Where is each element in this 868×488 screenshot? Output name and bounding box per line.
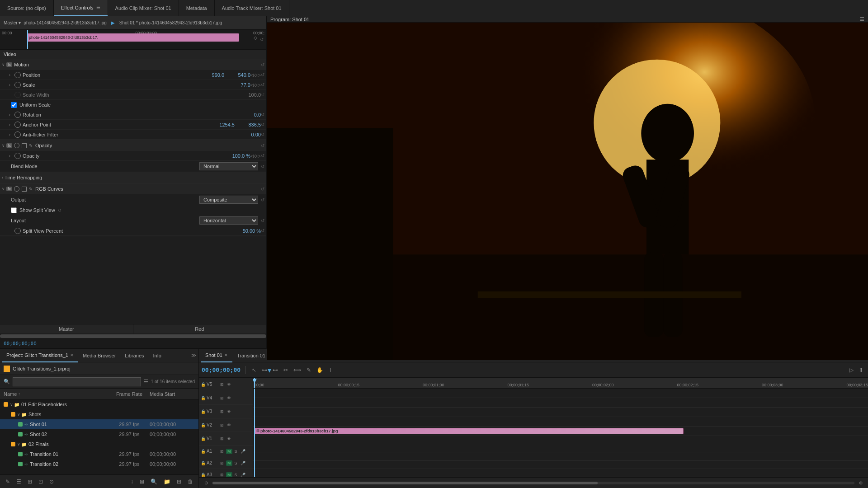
program-menu-icon[interactable]: ☰ [860,16,864,22]
opacity-kf-next[interactable]: ▷ [258,154,261,158]
project-tab-info[interactable]: Info [149,349,166,362]
tree-item-transition02[interactable]: ⊹ Transition 02 29.97 fps 00;00;00;00 [0,459,198,469]
track-row-v4[interactable] [253,398,868,408]
a2-s-btn[interactable]: S [234,460,238,466]
track-row-a2[interactable] [253,444,868,452]
col-media-start[interactable]: Media Start [150,391,195,397]
timeline-timecode[interactable]: 00;00;00;00 [202,366,241,373]
track-row-a4[interactable] [253,461,868,469]
finals-expand[interactable]: ∨ [17,442,20,446]
tab-metadata[interactable]: Metadata [179,0,215,16]
a2-m-btn[interactable]: M [226,460,232,466]
a1-s-btn[interactable]: S [234,449,238,454]
tab-source[interactable]: Source: (no clips) [0,0,54,16]
anchor-reset[interactable]: ↺ [261,122,264,127]
project-tab-media[interactable]: Media Browser [78,349,120,362]
position-expand[interactable]: › [9,73,14,77]
opacity-val-reset[interactable]: ↺ [261,153,264,158]
a1-lock-icon[interactable]: 🔒 [201,449,206,454]
opacity-val-expand[interactable]: › [9,154,14,158]
v4-eye-btn[interactable]: 👁 [226,395,232,401]
track-row-a1[interactable] [253,436,868,444]
track-row-v2[interactable] [253,417,868,427]
track-row-v1[interactable]: ⊞ photo-1414604582943-2fd913b3cb17.jpg [253,427,868,436]
a3-lock-icon[interactable]: 🔒 [201,473,206,477]
tl-select-btn[interactable]: ↖ [250,366,258,374]
delete-btn[interactable]: 🗑 [186,478,195,486]
sort-btn[interactable]: ↕ [129,478,135,486]
v1-eye-btn[interactable]: 👁 [226,436,232,441]
show-split-checkbox[interactable] [11,207,17,213]
track-row-v5[interactable] [253,389,868,398]
autom-btn[interactable]: ⊠ [138,478,146,486]
rgb-curves-expand[interactable]: ∨ [2,187,5,191]
uniform-scale-checkbox[interactable] [11,102,17,108]
tl-zoom-out-btn[interactable]: ⊙ [203,479,210,486]
find-btn[interactable]: 🔍 [149,478,159,486]
anti-flicker-value[interactable]: 0.00 [238,132,261,137]
project-tab-libraries[interactable]: Libraries [120,349,148,362]
mini-reset-icon[interactable]: ↺ [260,37,264,42]
tab-audio-track-mixer[interactable]: Audio Track Mixer: Shot 01 [215,0,289,16]
anchor-y[interactable]: 836.5 [238,122,261,127]
project-expand-btn[interactable]: ≫ [191,352,197,358]
position-y[interactable]: 540.0 [228,72,250,78]
search-list-icon[interactable]: ☰ [144,379,148,385]
tree-item-edit-placeholders[interactable]: ∨ 📁 01 Edit Placeholders [0,399,198,409]
anchor-x[interactable]: 1254.5 [212,122,235,127]
rotation-reset[interactable]: ↺ [261,112,264,117]
v3-eye-btn[interactable]: 👁 [226,409,232,414]
opacity-prop-value[interactable]: 100.0 % [228,153,250,159]
tree-item-shots[interactable]: ∨ 📁 Shots [0,409,198,419]
position-reset[interactable]: ↺ [261,72,264,77]
a3-s-btn[interactable]: S [234,472,238,478]
a1-m-btn[interactable]: M [226,449,232,454]
scale-reset[interactable]: ↺ [261,82,264,87]
v2-eye-btn[interactable]: 👁 [226,422,232,428]
scale-kf-next[interactable]: ▷ [258,83,261,87]
v5-eye-btn[interactable]: 👁 [226,382,232,387]
v5-sync-btn[interactable]: ⊠ [219,382,225,387]
motion-reset-icon[interactable]: ↺ [261,62,264,67]
file-tree[interactable]: ∨ 📁 01 Edit Placeholders ∨ 📁 Shots [0,399,198,474]
tab-menu-icon[interactable]: ☰ [96,5,100,10]
col-framerate[interactable]: Frame Rate [109,391,150,397]
scale-kf-prev[interactable]: ◁ [250,83,254,87]
rgb-output-select[interactable]: Composite [199,196,258,204]
timeline-ruler-bar[interactable]: 00;00 00;00;00;15 00;00;01;00 00;00;01;1… [253,378,868,389]
rotation-expand[interactable]: › [9,113,14,117]
track-row-a5[interactable] [253,469,868,477]
monitor-ruler[interactable] [267,373,868,373]
tab-audio-clip-mixer[interactable]: Audio Clip Mixer: Shot 01 [108,0,179,16]
new-item-btn[interactable]: ✎ [4,478,12,486]
time-remap-expand[interactable]: › [2,175,3,180]
v3-lock-icon[interactable]: 🔒 [201,409,206,414]
scale-value[interactable]: 77.0 [228,82,250,88]
v4-sync-btn[interactable]: ⊠ [219,395,225,401]
new-bin-btn[interactable]: 📁 [162,478,172,486]
project-tab-main[interactable]: Project: Glitch Transitions_1 ✕ [2,349,78,362]
opacity-kf-add[interactable]: ◇ [254,154,257,158]
effect-controls-hscroll[interactable] [0,333,266,339]
motion-expand-arrow[interactable]: ∨ [2,62,5,67]
v3-sync-btn[interactable]: ⊠ [219,409,225,414]
position-kf-prev[interactable]: ◁ [250,73,254,77]
blend-mode-select[interactable]: Normal [199,162,258,170]
project-tab-close[interactable]: ✕ [70,353,74,357]
layout-reset[interactable]: ↺ [261,218,264,223]
blend-mode-reset[interactable]: ↺ [261,164,264,169]
new-seq-btn[interactable]: ⊞ [175,478,183,486]
opacity-kf-prev[interactable]: ◁ [250,154,254,158]
tab-effect-controls[interactable]: Effect Controls ☰ [54,0,108,16]
opacity-expand-arrow[interactable]: ∨ [2,143,5,148]
scale-kf-add[interactable]: ◇ [254,83,257,87]
a3-mic-btn[interactable]: 🎤 [240,472,246,478]
rgb-curves-reset[interactable]: ↺ [261,187,264,192]
show-split-reset[interactable]: ↺ [58,208,61,213]
tl-tab-shot01-close[interactable]: ✕ [224,353,228,357]
a3-m-btn[interactable]: M [226,472,232,478]
timeline-tab-transition01[interactable]: Transition 01 [232,349,270,362]
folder-expand-arrow[interactable]: ∨ [10,402,13,407]
track-row-v3[interactable] [253,408,868,417]
video-clip-v1[interactable]: ⊞ photo-1414604582943-2fd913b3cb17.jpg [254,428,684,434]
